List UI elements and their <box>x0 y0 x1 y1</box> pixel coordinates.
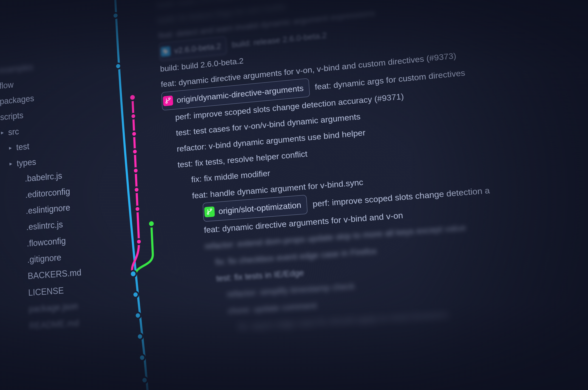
svg-point-11 <box>130 270 136 277</box>
svg-point-9 <box>148 220 155 227</box>
chevron-right-icon: ▸ <box>1 127 5 138</box>
tree-item-label: scripts <box>0 107 24 125</box>
svg-point-7 <box>134 187 139 193</box>
tree-item-label: src <box>8 123 19 140</box>
svg-point-14 <box>137 334 143 340</box>
svg-point-16 <box>142 377 148 383</box>
file-tree[interactable]: ▸▸▸▸▸examples▸flow▸packages▸scripts▸src▸… <box>0 2 109 390</box>
svg-point-2 <box>129 94 136 101</box>
svg-point-6 <box>133 168 138 174</box>
tree-item-label: LICENSE <box>28 282 64 301</box>
tree-item-label: flow <box>0 77 14 94</box>
tag-icon <box>160 46 171 57</box>
commit-log[interactable]: build: build 2.6.0-beta.3build: fix feat… <box>157 0 588 390</box>
svg-point-13 <box>135 312 141 318</box>
tree-item-label: README.md <box>29 315 79 334</box>
git-branch-icon <box>163 96 173 106</box>
svg-point-10 <box>136 239 142 244</box>
chevron-right-icon: ▸ <box>9 142 13 153</box>
ref-label: v2.6.0-beta.2 <box>174 38 226 58</box>
tree-item-label: .eslintrc.js <box>26 216 63 236</box>
tree-item-label: .gitignore <box>27 249 62 268</box>
svg-point-0 <box>113 12 118 18</box>
tree-item-label: types <box>17 154 37 172</box>
svg-point-15 <box>139 355 145 361</box>
tree-item-label: packages <box>0 91 35 110</box>
svg-point-4 <box>131 131 137 137</box>
svg-point-3 <box>131 113 136 119</box>
tree-item-label: test <box>16 139 30 155</box>
svg-point-8 <box>135 206 140 212</box>
tree-item-label: .flowconfig <box>26 233 66 252</box>
svg-point-12 <box>132 291 139 297</box>
chevron-right-icon: ▸ <box>9 158 14 169</box>
svg-point-5 <box>132 149 138 154</box>
git-branch-icon <box>204 206 215 217</box>
tree-item-label: package.json <box>29 298 78 318</box>
tree-item-label: .eslintignore <box>26 199 71 219</box>
svg-point-1 <box>115 63 121 69</box>
